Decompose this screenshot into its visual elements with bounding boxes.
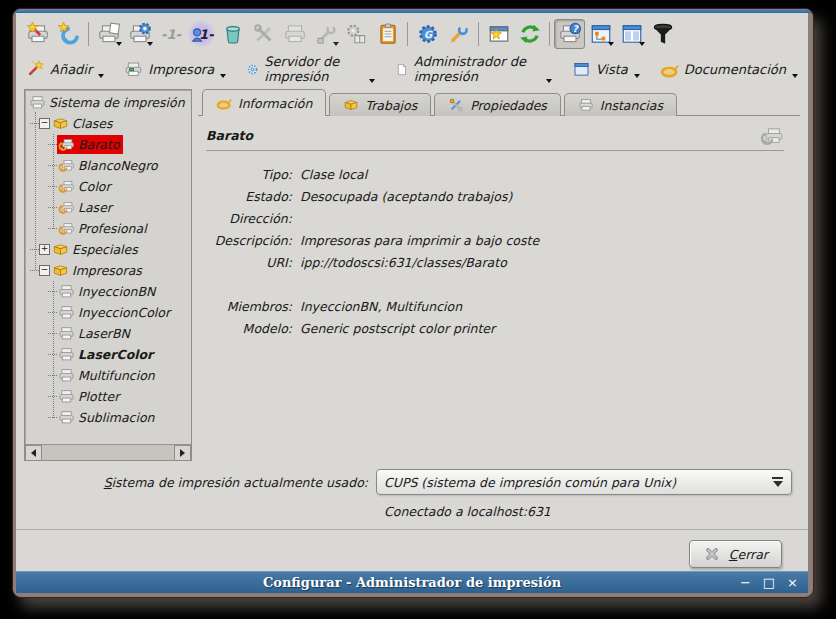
menu-servidor-impresion[interactable]: Servidor de impresión [246, 54, 375, 84]
window-title: Configurar - Administrador de impresión [263, 575, 561, 590]
print-system-select[interactable]: CUPS (sistema de impresión común para Un… [376, 469, 792, 495]
tree-item-sublimacion[interactable]: Sublimacion [25, 407, 191, 428]
tree-item-body[interactable]: Profesional [57, 219, 150, 238]
set-local-default-button[interactable] [155, 19, 186, 49]
combo-dropdown-arrow-icon[interactable] [771, 477, 784, 487]
enable-printer-button[interactable] [279, 19, 310, 49]
toolbar-separator[interactable] [474, 20, 483, 48]
tree-item-body[interactable]: Barato [57, 135, 123, 154]
driver-settings-button[interactable] [341, 19, 372, 49]
tree-guide-line [35, 112, 36, 270]
tree-item-body[interactable]: LaserColor [57, 345, 156, 364]
tree-item-body[interactable]: Especiales [51, 240, 141, 259]
tree-item-icon [52, 115, 69, 132]
tab-propiedades[interactable]: Propiedades [434, 93, 561, 116]
tree-item-icon [58, 388, 75, 405]
menu-administrador-impresion[interactable]: Administrador de impresión [395, 54, 551, 84]
refresh-button[interactable] [514, 19, 545, 49]
tree-item-laserbn[interactable]: LaserBN [25, 323, 191, 344]
view-mode-button[interactable] [585, 19, 616, 49]
window-bottom-frame [13, 593, 813, 597]
info-field-row: Modelo: Generic postscript color printer [206, 317, 784, 339]
tree-item-body[interactable]: Plotter [57, 387, 122, 406]
tree-item-body[interactable]: Clases [51, 114, 116, 133]
tree-item-body[interactable]: LaserBN [57, 324, 133, 343]
tree-item-body[interactable]: Sistema de impresión [28, 93, 188, 112]
tree-item-body[interactable]: Color [57, 177, 114, 196]
toolbar-button-icon [447, 22, 471, 46]
manager-settings-button[interactable] [443, 19, 474, 49]
orientation-button[interactable] [616, 19, 647, 49]
tree-expander[interactable]: + [39, 244, 50, 255]
tree-item-profesional[interactable]: Profesional [25, 218, 191, 239]
tree-item-plotter[interactable]: Plotter [25, 386, 191, 407]
tree-item-color[interactable]: Color [25, 176, 191, 197]
add-printer-wizard-button[interactable] [22, 19, 53, 49]
tab-trabajos[interactable]: Trabajos [329, 93, 431, 116]
window-close-button[interactable]: × [787, 576, 798, 589]
tree-item-body[interactable]: BlancoNegro [57, 156, 161, 175]
toolbar-button-icon [589, 22, 613, 46]
print-system-label-accel: S [104, 475, 112, 490]
tree-item-lasercolor[interactable]: LaserColor [25, 344, 191, 365]
tree-item-body[interactable]: InyeccionBN [57, 282, 158, 301]
toolbar-separator[interactable] [84, 20, 93, 48]
menu-caret-icon [98, 74, 104, 78]
maximize-button[interactable]: □ [763, 576, 775, 589]
toolbar-button-icon [190, 22, 214, 46]
add-class-wizard-button[interactable] [53, 19, 84, 49]
tree-item-inyeccioncolor[interactable]: InyeccionColor [25, 302, 191, 323]
tree-item-sistema-de-impresion[interactable]: Sistema de impresión [25, 92, 191, 113]
print-system-label-rest: istema de impresión actualmente usado: [112, 475, 368, 490]
tab-informacion[interactable]: Información [202, 89, 326, 116]
tree-item-inyeccionbn[interactable]: InyeccionBN [25, 281, 191, 302]
window-titlebar[interactable]: Configurar - Administrador de impresión … [16, 571, 808, 593]
menu-documentacion[interactable]: Documentación [660, 60, 798, 79]
tree-item-body[interactable]: Multifuncion [57, 366, 158, 385]
tree-item-multifuncion[interactable]: Multifuncion [25, 365, 191, 386]
toolbar-separator[interactable] [403, 20, 412, 48]
tree-item-body[interactable]: Laser [57, 198, 115, 217]
menu-impresora[interactable]: Impresora [124, 60, 226, 79]
printer-settings-button[interactable] [124, 19, 155, 49]
tree-item-impresoras[interactable]: − Impresoras [25, 260, 191, 281]
tree-item-label: Multifuncion [78, 368, 155, 383]
maintenance-button[interactable] [310, 19, 341, 49]
tree-item-body[interactable]: Impresoras [51, 261, 145, 280]
tree-item-body[interactable]: InyeccionColor [57, 303, 173, 322]
set-user-default-button[interactable] [186, 19, 217, 49]
special-printer-wizard-button[interactable] [483, 19, 514, 49]
print-test-page-button[interactable] [93, 19, 124, 49]
tab-instancias[interactable]: Instancias [564, 93, 677, 116]
tree-expander[interactable]: − [39, 118, 50, 129]
server-settings-button[interactable] [412, 19, 443, 49]
info-field-label: Dirección: [206, 211, 292, 226]
tree-item-body[interactable]: Sublimacion [57, 408, 158, 427]
menu-anadir[interactable]: Añadir [26, 60, 104, 79]
printer-tree: Sistema de impresión − Clases [25, 90, 191, 444]
filter-button[interactable] [647, 19, 678, 49]
scroll-right-button[interactable] [174, 445, 191, 461]
tree-item-clases[interactable]: − Clases [25, 113, 191, 134]
tree-item-icon [58, 157, 75, 174]
class-watermark-icon [760, 124, 784, 148]
tree-item-blanconegro[interactable]: BlancoNegro [25, 155, 191, 176]
tree-expander[interactable]: − [39, 265, 50, 276]
tree-item-barato[interactable]: Barato [25, 134, 191, 155]
scroll-left-button[interactable] [25, 445, 42, 461]
window-body: Añadir Impresora Servidor de impresión A… [16, 13, 808, 571]
tree-horizontal-scrollbar[interactable] [25, 444, 191, 460]
printer-info-toggle-button[interactable] [554, 19, 585, 49]
tree-item-especiales[interactable]: + Especiales [25, 239, 191, 260]
job-report-button[interactable] [372, 19, 403, 49]
tree-item-laser[interactable]: Laser [25, 197, 191, 218]
toolbar-separator[interactable] [545, 20, 554, 48]
minimize-button[interactable]: − [740, 576, 751, 589]
remove-button[interactable] [217, 19, 248, 49]
menu-caret-icon [369, 79, 375, 83]
info-field-row: Dirección: [206, 207, 784, 229]
configure-button[interactable] [248, 19, 279, 49]
tree-item-icon [58, 136, 75, 153]
menu-vista[interactable]: Vista [572, 60, 640, 79]
close-button[interactable]: Cerrar [689, 540, 782, 568]
